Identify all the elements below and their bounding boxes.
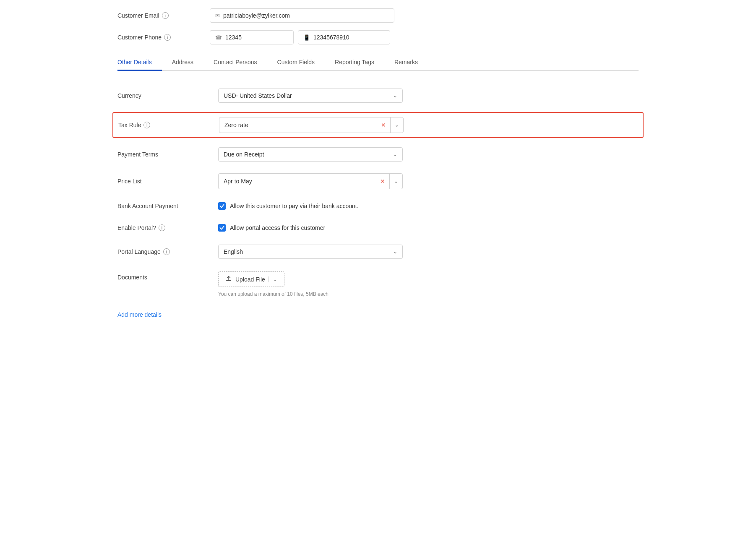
tax-rule-highlighted-row: Tax Rule i Zero rate ✕ ⌄ [112,112,644,138]
currency-label: Currency [117,92,218,99]
price-list-clear-button[interactable]: ✕ [376,174,389,189]
portal-language-dropdown[interactable]: English ⌄ [218,245,403,259]
svg-rect-1 [228,276,229,280]
add-more-details-link[interactable]: Add more details [117,311,162,318]
tax-rule-control: Zero rate ✕ ⌄ [219,117,638,133]
payment-terms-value: Due on Receipt [224,151,390,158]
customer-email-row: Customer Email i ✉ patriciaboyle@zylker.… [117,8,639,23]
payment-terms-label-text: Payment Terms [117,151,158,158]
portal-language-chevron-icon: ⌄ [393,249,397,255]
price-list-label: Price List [117,178,218,185]
customer-email-value: patriciaboyle@zylker.com [223,12,290,19]
upload-svg-icon [225,275,232,282]
tab-custom-fields[interactable]: Custom Fields [267,55,325,71]
bank-account-checkbox[interactable] [218,202,226,210]
portal-language-label: Portal Language i [117,248,218,255]
documents-control: Upload File ⌄ You can upload a maximum o… [218,271,639,297]
currency-value: USD- United States Dollar [224,92,390,99]
enable-portal-label-text: Enable Portal? [117,224,156,231]
tax-rule-value: Zero rate [219,118,377,132]
phone-icon: ☎ [215,34,222,41]
payment-terms-row: Payment Terms Due on Receipt ⌄ [117,141,639,167]
tab-contact-persons[interactable]: Contact Persons [203,55,267,71]
email-icon: ✉ [215,13,220,19]
portal-language-label-text: Portal Language [117,248,161,255]
bank-account-payment-control: Allow this customer to pay via their ban… [218,202,639,210]
documents-area: Upload File ⌄ You can upload a maximum o… [218,271,328,297]
currency-dropdown[interactable]: USD- United States Dollar ⌄ [218,89,403,103]
payment-terms-chevron-icon: ⌄ [393,151,397,157]
bank-account-payment-row: Bank Account Payment Allow this customer… [117,195,639,217]
upload-file-button[interactable]: Upload File ⌄ [218,271,284,287]
customer-phone-info-icon[interactable]: i [164,34,171,41]
payment-terms-dropdown[interactable]: Due on Receipt ⌄ [218,147,403,162]
phone-input[interactable]: ☎ 12345 [210,30,294,44]
payment-terms-control: Due on Receipt ⌄ [218,147,639,162]
phone-group: ☎ 12345 📱 12345678910 [210,30,390,44]
portal-language-control: English ⌄ [218,245,639,259]
tab-other-details[interactable]: Other Details [117,55,162,71]
portal-language-row: Portal Language i English ⌄ [117,239,639,265]
svg-rect-0 [226,280,231,281]
tax-rule-row-wrapper: Tax Rule i Zero rate ✕ ⌄ [117,109,639,141]
tax-rule-label: Tax Rule i [118,122,219,128]
bank-account-payment-label-text: Bank Account Payment [117,203,178,209]
upload-button-group: Upload File ⌄ [218,271,328,287]
tab-remarks[interactable]: Remarks [384,55,428,71]
customer-phone-label: Customer Phone i [117,34,210,41]
enable-portal-info-icon[interactable]: i [159,224,165,231]
enable-portal-checkbox-area: Allow portal access for this customer [218,224,325,232]
price-list-value: Apr to May [219,175,376,188]
tax-rule-info-icon[interactable]: i [143,122,150,128]
tab-address[interactable]: Address [162,55,203,71]
portal-language-value: English [224,248,390,255]
enable-portal-row: Enable Portal? i Allow portal access for… [117,217,639,239]
portal-language-info-icon[interactable]: i [163,248,170,255]
mobile-value: 12345678910 [313,34,349,41]
bank-account-checkbox-area: Allow this customer to pay via their ban… [218,202,359,210]
currency-control: USD- United States Dollar ⌄ [218,89,639,103]
tax-rule-dropdown[interactable]: Zero rate ✕ ⌄ [219,117,404,133]
price-list-control: Apr to May ✕ ⌄ [218,173,639,189]
upload-help-text: You can upload a maximum of 10 files, 5M… [218,291,328,297]
documents-label: Documents [117,271,218,281]
customer-email-label: Customer Email i [117,12,210,19]
enable-portal-checkmark-icon [219,225,224,230]
customer-phone-row: Customer Phone i ☎ 12345 📱 12345678910 [117,30,639,44]
currency-row: Currency USD- United States Dollar ⌄ [117,83,639,109]
documents-row: Documents Upload F [117,265,639,303]
upload-file-label: Upload File [235,276,265,283]
bank-account-checkmark-icon [219,203,224,209]
mobile-input[interactable]: 📱 12345678910 [298,30,390,44]
customer-phone-text: Customer Phone [117,34,162,41]
price-list-row: Price List Apr to May ✕ ⌄ [117,167,639,195]
tabs-container: Other Details Address Contact Persons Cu… [117,55,639,71]
phone-value: 12345 [225,34,242,41]
mobile-icon: 📱 [303,34,310,41]
customer-email-text: Customer Email [117,12,159,19]
documents-label-text: Documents [117,274,147,281]
price-list-chevron-icon[interactable]: ⌄ [390,174,402,189]
tax-rule-clear-button[interactable]: ✕ [377,117,390,133]
tax-rule-label-text: Tax Rule [118,122,141,128]
enable-portal-checkbox[interactable] [218,224,226,232]
bank-account-checkbox-label: Allow this customer to pay via their ban… [230,203,359,209]
bank-account-payment-label: Bank Account Payment [117,203,218,209]
price-list-label-text: Price List [117,178,142,185]
upload-chevron-icon[interactable]: ⌄ [269,276,277,282]
price-list-dropdown[interactable]: Apr to May ✕ ⌄ [218,173,403,189]
customer-email-info-icon[interactable]: i [162,12,169,19]
tab-reporting-tags[interactable]: Reporting Tags [325,55,384,71]
currency-chevron-icon: ⌄ [393,93,397,99]
other-details-section: Currency USD- United States Dollar ⌄ Tax… [117,83,639,303]
currency-label-text: Currency [117,92,141,99]
enable-portal-checkbox-label: Allow portal access for this customer [230,224,325,231]
tax-rule-chevron-icon[interactable]: ⌄ [391,117,403,133]
payment-terms-label: Payment Terms [117,151,218,158]
customer-email-input[interactable]: ✉ patriciaboyle@zylker.com [210,8,394,23]
enable-portal-label: Enable Portal? i [117,224,218,231]
enable-portal-control: Allow portal access for this customer [218,224,639,232]
upload-icon [225,275,232,283]
